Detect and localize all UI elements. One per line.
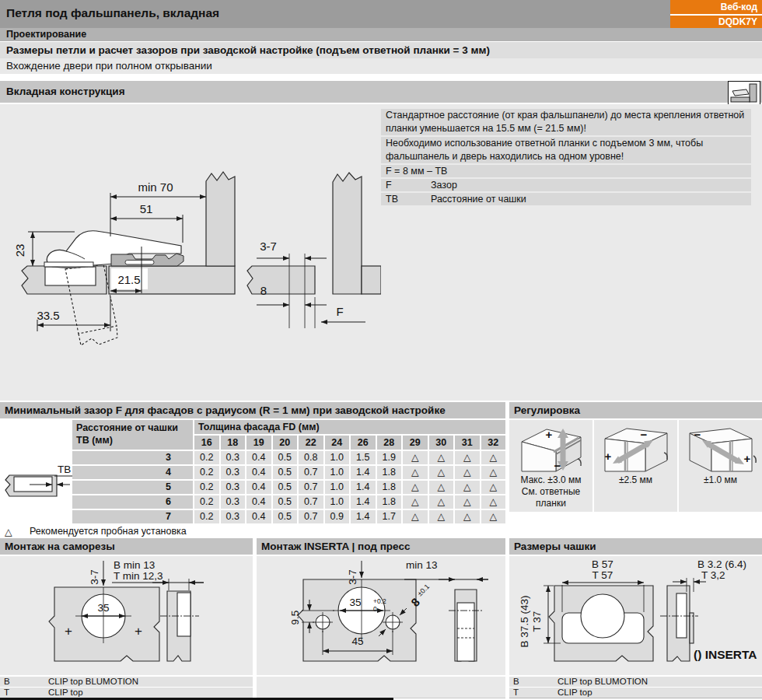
gap-cell: △: [481, 466, 506, 479]
minus-sign: −: [554, 459, 561, 472]
gap-cell: △: [455, 481, 480, 494]
dim-35-tol-lower: 0: [373, 605, 377, 613]
construction-header-bar: Вкладная конструкция: [0, 81, 762, 103]
gap-cell: 0.3: [221, 466, 246, 479]
gap-cell: 0.7: [299, 510, 323, 523]
subtitle-normal: Вхождение двери при полном открывании: [0, 58, 762, 74]
cabinet-side-adjust-icon: + −: [596, 422, 676, 472]
gap-cell: △: [481, 495, 506, 509]
legend-term: ТВ: [386, 193, 431, 205]
fd-col-header: 32: [481, 436, 506, 450]
screw-position-mark: +: [135, 624, 142, 639]
tb-diagram-label: ТВ: [58, 464, 71, 475]
legend-right: B CLIP top BLUMOTION T CLIP top: [509, 677, 762, 698]
dim-23-label: 23: [13, 244, 26, 257]
gap-cell: 1.0: [325, 466, 350, 479]
gap-cell: 0.7: [299, 481, 323, 494]
minus-sign: −: [694, 428, 701, 441]
note-standard-distance: Стандартное расстояние (от края фальшпан…: [381, 109, 751, 135]
gap-cell: 1.9: [377, 451, 402, 464]
tb-row-value: 6: [72, 495, 193, 509]
legend-desc: Зазор: [431, 179, 457, 191]
dim-t37-label: T 37: [531, 611, 543, 632]
mounting-screw-title: Монтаж на саморезы: [0, 538, 253, 555]
adjustment-label: ±1.0 мм: [679, 474, 762, 486]
screw-mounting-drawing: 35 + + 3-7 B min 13 T min 12,3: [0, 556, 253, 675]
legend-row-tb: ТВ Расстояние от чашки: [381, 193, 751, 205]
gap-cell: 0.5: [273, 495, 298, 509]
gap-cell: △: [429, 466, 454, 479]
mounting-inserta-panel: 35 +0.2 0 9.5 3-7 min 13 8 ±0.1 45: [257, 556, 505, 675]
cabinet-height-adjust-icon: − +: [680, 422, 761, 472]
gap-cell: 1.4: [351, 481, 376, 494]
construction-drawing-section: min 70 51 23 21.5 33.5 3-7 8: [0, 104, 762, 401]
screw-position-mark: +: [65, 624, 72, 639]
gap-cell: 1.8: [377, 466, 402, 479]
subtitle-bold: Размеры петли и расчет зазоров при завод…: [0, 42, 762, 58]
gap-cell: 0.3: [221, 510, 246, 523]
cup-dims-panel: B 57 T 57 B 37.5 (43) T 37 B 3.2 (6.4) T…: [509, 556, 762, 675]
gap-cell: △: [455, 510, 480, 523]
gap-cell: △: [429, 481, 454, 494]
gap-formula: F = 8 мм – ТВ: [386, 165, 447, 177]
dim-bmin13-label: B min 13: [114, 559, 155, 571]
bottom-border-line-right: [509, 698, 762, 698]
inset-door-icon: [729, 82, 760, 104]
gap-cell: 0.2: [194, 510, 219, 523]
adjustment-label: Макс. ±3.0 мм См. ответные планки: [509, 474, 592, 509]
dim-21-5-label: 21.5: [117, 273, 140, 286]
tb-row-value: 5: [72, 481, 193, 494]
dim-b375-label: B 37.5 (43): [519, 596, 530, 648]
dim-tmin123-label: T min 12,3: [114, 570, 163, 582]
gap-cell: 0.7: [299, 466, 323, 479]
dim-t32-label: T 3,2: [701, 569, 725, 581]
gap-cell: △: [403, 495, 428, 509]
gap-cell: △: [403, 466, 428, 479]
table-footnote: △ Рекомендуется пробная установка: [5, 526, 187, 537]
gap-cell: 1.0: [325, 495, 350, 509]
section-design-bar: Проектирование: [0, 28, 762, 41]
dim-35-label: 35: [349, 597, 361, 608]
gap-cell: △: [429, 451, 454, 464]
tb-distance-diagram: ТВ: [0, 448, 78, 498]
dim-f-label: F: [336, 305, 343, 318]
plus-sign: +: [743, 452, 750, 465]
door-handle: [753, 456, 756, 463]
gap-cell: 1.4: [351, 466, 376, 479]
gap-cell: 1.8: [377, 481, 402, 494]
dim-min70-label: min 70: [138, 180, 173, 194]
inset-construction-drawing: min 70 51 23 21.5 33.5 3-7 8: [0, 106, 381, 401]
adjustment-depth-cell: + − Макс. ±3.0 мм См. ответные планки: [509, 420, 592, 512]
legend-row-t: T CLIP top: [0, 688, 253, 698]
bottom-border-line-light: [393, 698, 505, 698]
legend-left: B CLIP top BLUMOTION T CLIP top: [0, 677, 253, 698]
gap-cell: 0.4: [246, 451, 271, 464]
gap-cell: 0.3: [221, 481, 246, 494]
minus-sign: −: [640, 428, 647, 441]
dim-35-tol-upper: +0.2: [373, 597, 386, 605]
inserta-mounting-drawing: 35 +0.2 0 9.5 3-7 min 13 8 ±0.1 45: [257, 556, 505, 675]
gap-detail-view: 3-7 8 F: [247, 173, 381, 328]
gap-cell: 0.4: [246, 481, 271, 494]
dim-35-label: 35: [97, 602, 109, 614]
dim-b57-label: B 57: [592, 558, 613, 570]
dim-33-5-label: 33.5: [37, 309, 59, 322]
mounting-inserta-title: Монтаж INSERTA | под пресс: [257, 538, 505, 555]
dim-b32-label: B 3.2 (6.4): [697, 558, 746, 570]
dim-t57-label: T 57: [592, 569, 613, 581]
door-handle: [578, 459, 581, 466]
dim-9-5-label: 9.5: [289, 611, 301, 625]
fd-col-header: 31: [455, 436, 480, 450]
gap-cell: 0.2: [194, 466, 219, 479]
fd-col-header: 30: [429, 436, 454, 450]
fd-col-header: 24: [325, 436, 350, 450]
page-title: Петля под фальшпанель, вкладная: [0, 0, 762, 26]
cabinet-depth-adjust-icon: + −: [511, 422, 592, 472]
gap-cell: 0.4: [246, 495, 271, 509]
webcode-label: Веб-код: [670, 0, 762, 16]
formula-row: F = 8 мм – ТВ: [381, 165, 751, 177]
inserta-note: () INSERTA: [694, 648, 757, 661]
gap-cell: 0.7: [299, 495, 323, 509]
fd-col-header: 20: [273, 436, 298, 450]
fd-group-header: Толщина фасада FD (мм): [194, 420, 505, 434]
